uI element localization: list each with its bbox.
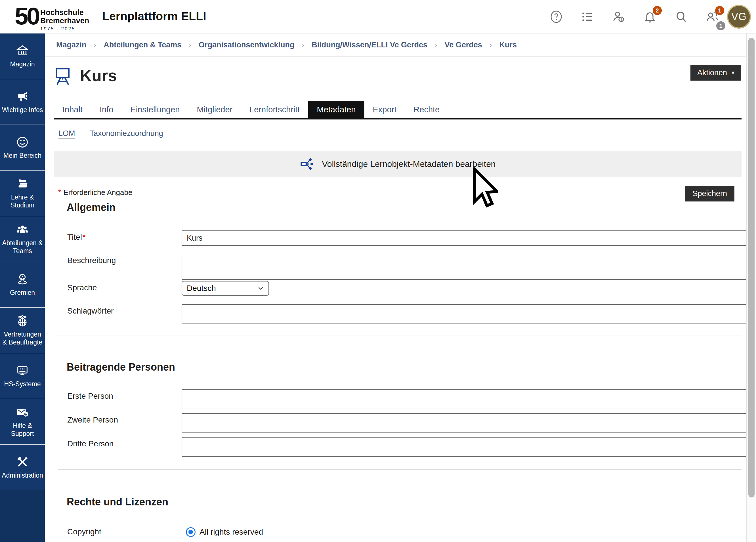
main-area: Magazin › Abteilungen & Teams › Organisa… xyxy=(45,33,746,542)
sidebar-item-mein-bereich[interactable]: Mein Bereich xyxy=(0,125,45,171)
contacts-button[interactable]: 1 1 xyxy=(705,10,719,24)
help-button[interactable] xyxy=(549,10,563,24)
breadcrumb-separator: › xyxy=(94,41,96,49)
zweite-person-input[interactable] xyxy=(182,413,756,433)
notifications-badge: 2 xyxy=(653,6,662,15)
copyright-radio-selected[interactable] xyxy=(186,527,196,537)
edit-full-metadata-banner[interactable]: Vollständige Lernobjekt-Metadaten bearbe… xyxy=(54,151,742,177)
sidebar-item-wichtige-infos[interactable]: Wichtige Infos xyxy=(0,79,45,125)
sidebar-item-administration[interactable]: Administration xyxy=(0,445,45,490)
save-button-label: Speichern xyxy=(692,189,727,198)
tab-mitglieder[interactable]: Mitglieder xyxy=(188,101,241,118)
beschreibung-label: Beschreibung xyxy=(67,256,116,265)
breadcrumb-item[interactable]: Bildung/Wissen/ELLI Ve Gerdes xyxy=(312,41,427,49)
actions-button[interactable]: Aktionen ▾ xyxy=(690,65,741,81)
sidebar-item-label: Magazin xyxy=(10,60,35,68)
actions-button-label: Aktionen xyxy=(697,68,727,77)
dritte-person-label: Dritte Person xyxy=(67,439,114,448)
titel-label: Titel* xyxy=(67,233,88,242)
app-title: Lernplattform ELLI xyxy=(102,10,206,23)
globe-people-icon xyxy=(16,314,29,327)
section-heading-beitragende: Beitragende Personen xyxy=(67,361,175,373)
section-heading-rechte: Rechte und Lizenzen xyxy=(67,496,168,508)
smiley-icon xyxy=(16,136,29,149)
breadcrumb-item[interactable]: Magazin xyxy=(56,41,87,49)
sidebar-item-gremien[interactable]: Gremien xyxy=(0,262,45,308)
mail-question-icon xyxy=(16,406,29,419)
tab-export[interactable]: Export xyxy=(364,101,405,118)
list-button[interactable] xyxy=(581,10,594,24)
sidebar-item-vertretungen[interactable]: Vertretungen & Beauftragte xyxy=(0,308,45,353)
sidebar-item-label: Administration xyxy=(2,471,43,479)
breadcrumb-separator: › xyxy=(302,41,304,49)
save-button[interactable]: Speichern xyxy=(685,186,734,201)
sidebar-item-hilfe-support[interactable]: Hilfe & Support xyxy=(0,399,45,445)
breadcrumb-item[interactable]: Ve Gerdes xyxy=(445,41,482,49)
form-row-sprache: Sprache Deutsch xyxy=(45,281,746,296)
zweite-person-label: Zweite Person xyxy=(67,415,118,425)
sidebar-item-label: Hilfe & Support xyxy=(2,422,43,438)
schlagwoerter-input[interactable] xyxy=(182,304,756,324)
logo-line2: Bremerhaven xyxy=(40,16,89,25)
tab-rechte[interactable]: Rechte xyxy=(405,101,448,118)
tab-inhalt[interactable]: Inhalt xyxy=(54,101,91,118)
user-status-button[interactable] xyxy=(612,10,625,24)
sidebar-item-magazin[interactable]: Magazin xyxy=(0,33,45,79)
form-row-beschreibung: Beschreibung xyxy=(45,254,746,280)
sidebar-item-label: Vertretungen & Beauftragte xyxy=(2,330,43,346)
sidebar-item-label: Wichtige Infos xyxy=(2,106,43,114)
subtab-taxonomiezuordnung[interactable]: Taxonomiezuordnung xyxy=(90,129,163,138)
section-divider xyxy=(58,469,742,470)
dritte-person-input[interactable] xyxy=(182,437,756,457)
tab-einstellungen[interactable]: Einstellungen xyxy=(122,101,188,118)
notifications-button[interactable]: 2 xyxy=(643,10,657,24)
section-divider xyxy=(58,335,742,335)
tab-info[interactable]: Info xyxy=(91,101,122,118)
titel-input[interactable] xyxy=(182,230,756,246)
breadcrumb-item[interactable]: Kurs xyxy=(499,41,517,49)
course-board-icon xyxy=(54,66,72,85)
sidebar-item-label: Mein Bereich xyxy=(3,152,41,159)
sidebar-item-abteilungen-teams[interactable]: Abteilungen & Teams xyxy=(0,216,45,262)
top-header: 50 Hochschule Bremerhaven 1975 - 2025 Le… xyxy=(0,0,756,33)
bank-icon xyxy=(16,44,29,57)
tab-lernfortschritt[interactable]: Lernfortschritt xyxy=(241,101,308,118)
form-row-dritte-person: Dritte Person xyxy=(45,437,746,457)
breadcrumb-separator: › xyxy=(490,41,492,49)
required-asterisk: * xyxy=(58,188,61,197)
sprache-selected-value: Deutsch xyxy=(187,284,216,293)
user-status-icon xyxy=(612,10,625,24)
committee-icon xyxy=(16,273,29,286)
vertical-scrollbar[interactable] xyxy=(746,33,756,542)
tools-icon xyxy=(16,455,29,469)
sidebar-item-lehre-studium[interactable]: Lehre & Studium xyxy=(0,171,45,216)
scrollbar-thumb[interactable] xyxy=(748,38,755,497)
breadcrumb-item[interactable]: Abteilungen & Teams xyxy=(104,41,181,49)
logo-number: 50 xyxy=(15,2,39,30)
logo-line1: Hochschule xyxy=(40,8,84,17)
page-title-row: Kurs xyxy=(54,61,117,90)
university-logo[interactable]: 50 Hochschule Bremerhaven 1975 - 2025 xyxy=(15,2,89,32)
sidebar-item-label: Abteilungen & Teams xyxy=(2,239,43,255)
megaphone-icon xyxy=(16,90,29,103)
page-title: Kurs xyxy=(80,66,117,85)
subtab-lom[interactable]: LOM xyxy=(58,129,75,138)
search-button[interactable] xyxy=(674,10,688,24)
contacts-badge-bottom: 1 xyxy=(716,21,725,30)
tab-metadaten[interactable]: Metadaten xyxy=(308,101,364,118)
sidebar-item-label: HS-Systeme xyxy=(4,380,41,388)
chevron-down-icon xyxy=(257,285,264,292)
breadcrumb-item[interactable]: Organisationsentwicklung xyxy=(199,41,295,49)
erste-person-label: Erste Person xyxy=(67,392,113,401)
form-row-schlagwoerter: Schlagwörter xyxy=(45,304,746,324)
sprache-select[interactable]: Deutsch xyxy=(182,281,269,296)
books-icon xyxy=(16,177,29,190)
avatar[interactable]: VG xyxy=(727,5,751,29)
required-asterisk: * xyxy=(83,233,86,241)
erste-person-input[interactable] xyxy=(182,389,756,409)
section-heading-allgemein: Allgemein xyxy=(67,201,115,213)
form-row-titel: Titel* xyxy=(45,230,746,246)
copyright-label: Copyright xyxy=(67,527,101,536)
sidebar-item-hs-systeme[interactable]: HS-Systeme xyxy=(0,353,45,399)
beschreibung-textarea[interactable] xyxy=(182,254,756,280)
